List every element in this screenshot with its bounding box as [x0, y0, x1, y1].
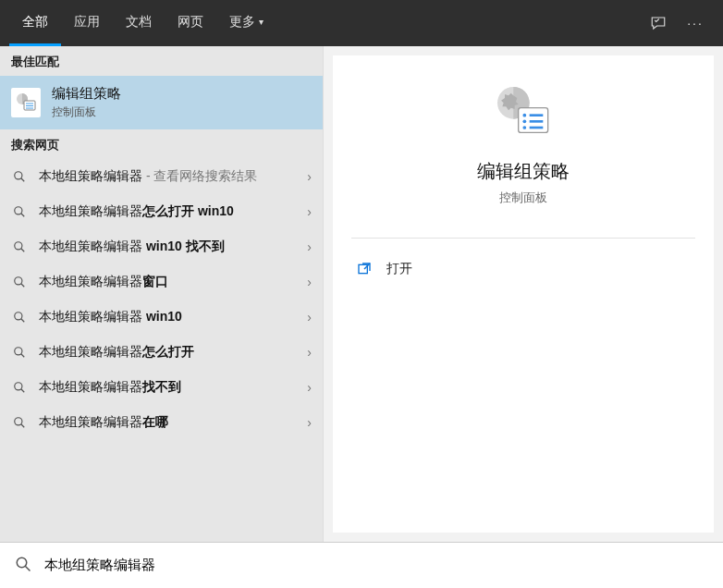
svg-rect-29 [359, 264, 367, 273]
best-match-item[interactable]: 编辑组策略 控制面板 [0, 76, 323, 129]
search-filter-bar: 全部 应用 文档 网页 更多 ▾ ··· [0, 0, 723, 46]
open-label: 打开 [386, 261, 412, 277]
svg-line-20 [21, 424, 25, 428]
svg-point-13 [15, 312, 22, 320]
best-match-subtitle: 控制面板 [52, 104, 121, 120]
svg-point-5 [15, 172, 22, 179]
svg-line-18 [21, 389, 25, 393]
tab-label: 应用 [74, 14, 100, 31]
chevron-right-icon: › [307, 310, 312, 325]
tab-all[interactable]: 全部 [9, 0, 61, 46]
gpedit-icon [11, 88, 41, 117]
web-result-item[interactable]: 本地组策略编辑器怎么打开 › [0, 335, 323, 370]
search-icon [15, 556, 31, 575]
search-icon [11, 203, 28, 220]
tab-web[interactable]: 网页 [165, 0, 216, 46]
search-icon [11, 309, 28, 325]
web-result-label: 本地组策略编辑器找不到 [39, 379, 296, 396]
divider [351, 238, 695, 239]
detail-title: 编辑组策略 [477, 159, 570, 184]
web-result-item[interactable]: 本地组策略编辑器 - 查看网络搜索结果 › [0, 159, 323, 194]
tab-label: 网页 [178, 14, 203, 31]
web-result-label: 本地组策略编辑器窗口 [39, 274, 296, 290]
best-match-header: 最佳匹配 [0, 46, 323, 76]
chevron-right-icon: › [307, 169, 312, 184]
svg-point-23 [522, 114, 526, 117]
chevron-right-icon: › [307, 380, 312, 395]
best-match-title: 编辑组策略 [52, 85, 121, 103]
detail-header: 编辑组策略 控制面板 [333, 55, 714, 225]
svg-line-10 [21, 249, 25, 252]
search-icon [11, 414, 28, 431]
tab-label: 更多 [229, 14, 255, 31]
web-result-item[interactable]: 本地组策略编辑器 win10 找不到 › [0, 229, 323, 264]
detail-subtitle: 控制面板 [499, 190, 547, 206]
detail-pane: 编辑组策略 控制面板 打开 [333, 55, 714, 533]
svg-point-7 [15, 207, 22, 214]
chevron-right-icon: › [307, 239, 312, 254]
search-icon [11, 344, 28, 361]
results-area: 最佳匹配 编辑组策略 控制面板 搜索网页 本地组策略编辑器 - 查看网络搜索结果… [0, 46, 723, 542]
chevron-down-icon: ▾ [259, 17, 263, 27]
feedback-button[interactable] [640, 0, 677, 46]
web-result-label: 本地组策略编辑器 win10 [39, 309, 296, 325]
web-result-item[interactable]: 本地组策略编辑器怎么打开 win10 › [0, 194, 323, 229]
chevron-right-icon: › [307, 204, 312, 219]
svg-line-31 [25, 566, 30, 570]
web-result-label: 本地组策略编辑器怎么打开 [39, 344, 296, 361]
svg-line-8 [21, 214, 25, 217]
chevron-right-icon: › [307, 345, 312, 360]
svg-point-19 [15, 418, 22, 425]
search-icon [11, 239, 28, 255]
svg-line-16 [21, 354, 25, 358]
ellipsis-icon: ··· [687, 16, 704, 31]
tab-more[interactable]: 更多 ▾ [216, 0, 276, 46]
search-input[interactable] [44, 557, 708, 573]
svg-line-12 [21, 284, 25, 288]
svg-point-15 [15, 348, 22, 355]
svg-line-14 [21, 319, 25, 323]
tab-label: 全部 [22, 14, 48, 31]
open-action[interactable]: 打开 [333, 251, 714, 287]
search-bar [0, 542, 723, 588]
tab-label: 文档 [126, 14, 152, 31]
results-list: 最佳匹配 编辑组策略 控制面板 搜索网页 本地组策略编辑器 - 查看网络搜索结果… [0, 46, 324, 542]
search-icon [11, 168, 28, 185]
search-icon [11, 379, 28, 396]
options-button[interactable]: ··· [677, 0, 714, 46]
svg-point-11 [15, 277, 22, 285]
svg-point-30 [17, 557, 27, 568]
web-result-item[interactable]: 本地组策略编辑器窗口 › [0, 264, 323, 300]
svg-point-9 [15, 242, 22, 250]
chevron-right-icon: › [307, 415, 312, 430]
tab-apps[interactable]: 应用 [61, 0, 113, 46]
svg-point-27 [522, 126, 526, 129]
svg-line-6 [21, 178, 25, 182]
web-result-item[interactable]: 本地组策略编辑器找不到 › [0, 370, 323, 405]
web-result-label: 本地组策略编辑器 win10 找不到 [39, 239, 296, 255]
open-icon [355, 262, 374, 276]
web-result-item[interactable]: 本地组策略编辑器在哪 › [0, 405, 323, 440]
svg-point-17 [15, 383, 22, 390]
filter-tabs: 全部 应用 文档 网页 更多 ▾ [9, 0, 276, 46]
search-icon [11, 274, 28, 290]
tab-documents[interactable]: 文档 [113, 0, 165, 46]
web-result-item[interactable]: 本地组策略编辑器 win10 › [0, 300, 323, 335]
feedback-icon [650, 15, 667, 31]
web-results-header: 搜索网页 [0, 129, 323, 159]
web-result-label: 本地组策略编辑器在哪 [39, 414, 296, 431]
svg-point-25 [522, 119, 526, 123]
web-result-label: 本地组策略编辑器 - 查看网络搜索结果 [39, 168, 296, 185]
gpedit-large-icon [494, 83, 553, 142]
chevron-right-icon: › [307, 275, 312, 289]
web-result-label: 本地组策略编辑器怎么打开 win10 [39, 203, 296, 220]
